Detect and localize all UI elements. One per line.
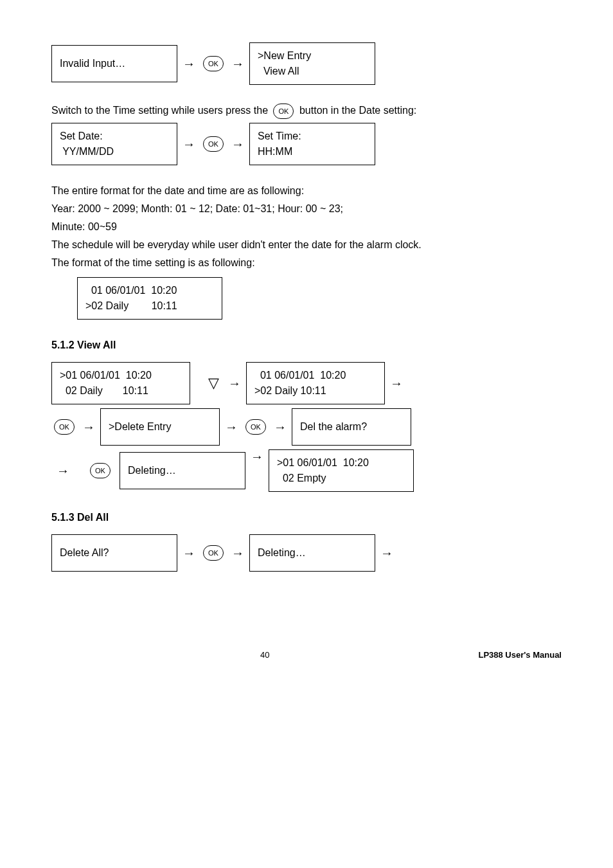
arrow-right-icon: → [182, 54, 195, 73]
text: HH:MM [258, 144, 367, 159]
text: The format of the time setting is as fol… [51, 255, 562, 271]
text: Switch to the Time setting while users p… [51, 105, 271, 116]
ok-button-icon: OK [54, 419, 75, 435]
arrow-right-icon: → [231, 543, 244, 563]
down-triangle-icon: ▽ [208, 372, 219, 393]
arrow-right-icon: → [380, 543, 393, 563]
text: >01 06/01/01 10:20 [277, 455, 405, 471]
box-deleting-2: Deleting… [249, 534, 375, 572]
section-heading-view-all: 5.1.2 View All [51, 338, 562, 353]
body-text: The entire format for the date and time … [51, 183, 562, 271]
text: Minute: 00~59 [51, 219, 562, 235]
row-invalid-input: Invalid Input… → OK → >New Entry View Al… [51, 42, 562, 85]
box-set-date: Set Date: YY/MM/DD [51, 123, 177, 165]
arrow-right-icon: → [182, 134, 195, 154]
arrow-right-icon: → [57, 461, 69, 480]
viewall-row3: → OK Deleting… → >01 06/01/01 10:20 02 E… [51, 449, 562, 492]
text: >02 Daily 10:11 [85, 298, 214, 314]
text: YY/MM/DD [60, 144, 169, 159]
manual-title: LP388 User's Manual [478, 649, 562, 662]
arrow-right-icon: → [82, 417, 95, 437]
text: 02 Empty [277, 471, 405, 486]
ok-button-icon: OK [203, 56, 224, 71]
box-deleting: Deleting… [120, 452, 245, 489]
box-list-b: 01 06/01/01 10:20 >02 Daily 10:11 [246, 362, 385, 404]
text: >New Entry [258, 48, 367, 64]
arrow-right-icon: → [225, 417, 238, 437]
arrow-right-icon: → [182, 543, 195, 563]
viewall-row1: >01 06/01/01 10:20 02 Daily 10:11 ▽ → 01… [51, 362, 562, 404]
box-list-a: >01 06/01/01 10:20 02 Daily 10:11 [51, 362, 190, 404]
text: View All [258, 64, 367, 79]
text: Deleting… [128, 463, 237, 478]
ok-button-icon: OK [90, 463, 111, 478]
text: >02 Daily 10:11 [254, 383, 377, 399]
text: Deleting… [258, 545, 367, 561]
arrow-right-icon: → [390, 374, 403, 393]
text: The entire format for the date and time … [51, 183, 562, 199]
section-heading-del-all: 5.1.3 Del All [51, 510, 562, 525]
arrow-right-icon: → [251, 447, 263, 466]
text: Year: 2000 ~ 2099; Month: 01 ~ 12; Date:… [51, 201, 562, 217]
ok-button-icon: OK [273, 104, 294, 119]
box-delete-entry: >Delete Entry [100, 408, 220, 446]
arrow-right-icon: → [231, 54, 244, 73]
text: >Delete Entry [109, 419, 211, 435]
ok-button-icon: OK [245, 419, 266, 435]
arrow-right-icon: → [231, 134, 244, 154]
delall-row: Delete All? → OK → Deleting… → [51, 534, 562, 572]
text: Invalid Input… [60, 56, 169, 71]
switch-text: Switch to the Time setting while users p… [51, 103, 562, 119]
text: Del the alarm? [300, 419, 403, 435]
text: 02 Daily 10:11 [60, 383, 182, 399]
box-del-alarm: Del the alarm? [292, 408, 411, 446]
box-result-list: >01 06/01/01 10:20 02 Empty [269, 449, 414, 492]
text: The schedule will be everyday while user… [51, 237, 562, 253]
box-invalid-input: Invalid Input… [51, 45, 177, 82]
arrow-right-icon: → [228, 374, 241, 393]
page-number: 40 [260, 649, 269, 662]
box-set-time: Set Time: HH:MM [249, 123, 375, 165]
text: Set Date: [60, 129, 169, 144]
row-set-date-time: Set Date: YY/MM/DD → OK → Set Time: HH:M… [51, 123, 562, 165]
ok-button-icon: OK [203, 545, 224, 561]
text: Set Time: [258, 129, 367, 144]
arrow-right-icon: → [274, 417, 287, 437]
text: 01 06/01/01 10:20 [85, 283, 214, 298]
box-delete-all: Delete All? [51, 534, 177, 572]
text: >01 06/01/01 10:20 [60, 368, 182, 383]
page-footer: 40 LP388 User's Manual [51, 649, 562, 662]
viewall-row2: OK → >Delete Entry → OK → Del the alarm? [51, 408, 562, 446]
text: button in the Date setting: [299, 105, 416, 116]
box-new-entry: >New Entry View All [249, 42, 375, 85]
ok-button-icon: OK [203, 136, 224, 152]
text: 01 06/01/01 10:20 [254, 368, 377, 383]
format-example-box: 01 06/01/01 10:20 >02 Daily 10:11 [77, 277, 562, 320]
text: Delete All? [60, 545, 169, 561]
